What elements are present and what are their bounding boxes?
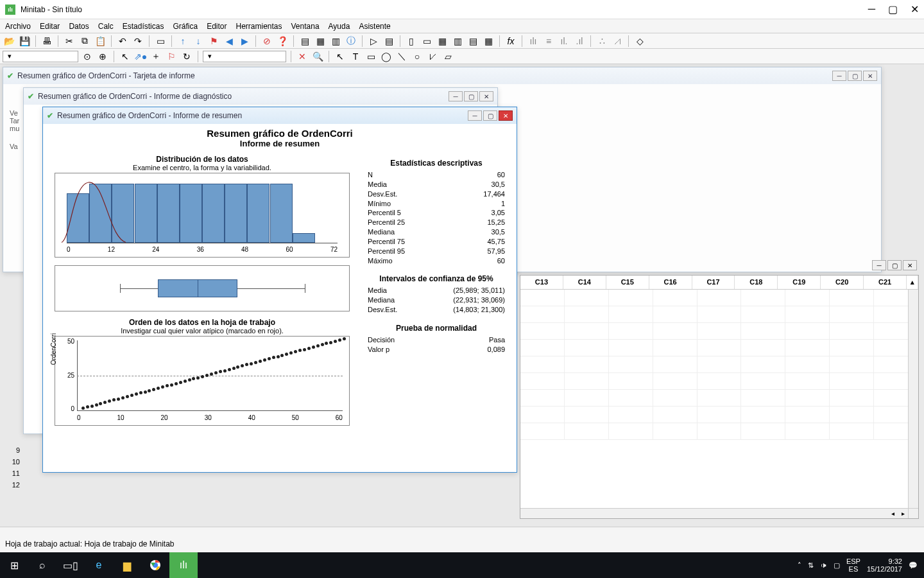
cell[interactable] [697, 373, 742, 389]
column-header[interactable]: C16 [649, 276, 692, 289]
paste-icon[interactable]: 📋 [94, 35, 107, 48]
combo-a[interactable]: ▾ [3, 51, 78, 62]
cell[interactable] [830, 323, 874, 339]
column-header[interactable]: C20 [821, 276, 864, 289]
layout5-icon[interactable]: ▤ [466, 35, 479, 48]
cell[interactable] [520, 423, 565, 439]
cell[interactable] [741, 323, 785, 339]
mdi-close-button[interactable]: ✕ [479, 91, 493, 101]
menu-herramientas[interactable]: Herramientas [236, 22, 282, 31]
tray-notifications-icon[interactable]: 💬 [909, 561, 918, 570]
mdi-minimize-button[interactable]: ─ [872, 260, 886, 270]
cell[interactable] [697, 290, 742, 306]
flag-point-icon[interactable]: ⚐ [165, 50, 178, 63]
minimize-button[interactable]: ─ [868, 3, 875, 15]
cell[interactable] [830, 290, 874, 306]
mdi-maximize-button[interactable]: ▢ [483, 110, 497, 121]
cell[interactable] [785, 340, 830, 356]
diagnostic-window-title[interactable]: ✔ Resumen gráfico de OrdenCorri - Inform… [24, 88, 497, 105]
scroll-left-icon[interactable]: ◂ [887, 510, 898, 517]
column-header[interactable]: C14 [563, 276, 606, 289]
table-row[interactable] [520, 306, 918, 323]
mdi-close-button[interactable]: ✕ [903, 260, 917, 270]
cell[interactable] [697, 306, 742, 322]
cell[interactable] [741, 340, 785, 356]
cell[interactable] [609, 407, 653, 423]
search-button[interactable]: ⌕ [28, 552, 56, 578]
explorer-icon[interactable]: ▆ [113, 552, 141, 578]
taskview-button[interactable]: ▭▯ [56, 552, 85, 578]
cell[interactable] [697, 423, 742, 439]
cell[interactable] [520, 306, 565, 322]
column-header[interactable]: C13 [520, 276, 563, 289]
column-header[interactable]: C17 [692, 276, 735, 289]
cell[interactable] [565, 390, 609, 406]
cell[interactable] [653, 290, 697, 306]
pointer-icon[interactable]: ↖ [119, 50, 132, 63]
cell[interactable] [785, 423, 830, 439]
menu-estadisticas[interactable]: Estadísticas [123, 22, 164, 31]
cell[interactable] [653, 423, 697, 439]
cell[interactable] [609, 340, 653, 356]
tray-lang[interactable]: ESP [846, 557, 860, 565]
summary-report-window[interactable]: ✔ Resumen gráfico de OrdenCorri - Inform… [42, 107, 517, 473]
layout2-icon[interactable]: ▭ [420, 35, 433, 48]
worksheet-resize-corner[interactable] [908, 508, 918, 518]
cell[interactable] [520, 290, 565, 306]
table-row[interactable] [520, 290, 918, 306]
cell[interactable] [785, 407, 830, 423]
play-icon[interactable]: ▷ [367, 35, 380, 48]
cell[interactable] [741, 373, 785, 389]
stat3-icon[interactable]: ıl. [558, 35, 570, 48]
cell[interactable] [565, 323, 609, 339]
layout6-icon[interactable]: ▦ [482, 35, 495, 48]
down-arrow-icon[interactable]: ↓ [192, 35, 205, 48]
chart-line-icon[interactable]: ⩘ [611, 35, 624, 48]
menu-editar[interactable]: Editar [40, 22, 60, 31]
delete-x-icon[interactable]: ✕ [296, 50, 309, 63]
layout1-icon[interactable]: ▯ [405, 35, 418, 48]
stat4-icon[interactable]: .ıl [573, 35, 586, 48]
cell[interactable] [653, 356, 697, 372]
cell[interactable] [520, 323, 565, 339]
worksheet-icon[interactable]: ▦ [314, 35, 327, 48]
cell[interactable] [653, 373, 697, 389]
cell[interactable] [653, 306, 697, 322]
tray-network-icon[interactable]: ⇅ [808, 561, 814, 570]
tray-time[interactable]: 9:32 [867, 557, 902, 565]
session-window-icon[interactable]: ▤ [298, 35, 311, 48]
layout3-icon[interactable]: ▦ [436, 35, 449, 48]
cell[interactable] [609, 423, 653, 439]
ellipse-tool-icon[interactable]: ◯ [380, 50, 393, 63]
cell[interactable] [520, 373, 565, 389]
chart-scatter-icon[interactable]: ∴ [595, 35, 608, 48]
mdi-minimize-button[interactable]: ─ [468, 110, 482, 121]
cell[interactable] [609, 323, 653, 339]
layout4-icon[interactable]: ▥ [451, 35, 464, 48]
cell[interactable] [653, 340, 697, 356]
cell[interactable] [830, 423, 874, 439]
close-button[interactable]: ✕ [911, 3, 919, 15]
fx-icon[interactable]: fx [504, 35, 517, 48]
cell[interactable] [830, 407, 874, 423]
save-icon[interactable]: 💾 [18, 35, 31, 48]
cell[interactable] [830, 306, 874, 322]
table-row[interactable] [520, 356, 918, 373]
zoom-fit-icon[interactable]: ⊕ [96, 50, 109, 63]
worksheet-hscrollbar[interactable]: ◂ ▸ [520, 508, 908, 518]
cell[interactable] [520, 356, 565, 372]
cell[interactable] [609, 306, 653, 322]
summary-report-window-title[interactable]: ✔ Resumen gráfico de OrdenCorri - Inform… [43, 107, 517, 124]
combo-b[interactable]: ▾ [203, 51, 286, 62]
flag-icon[interactable]: ⚑ [207, 35, 220, 48]
cell[interactable] [565, 423, 609, 439]
cell[interactable] [697, 356, 742, 372]
tray-sound-icon[interactable]: 🕩 [820, 561, 827, 569]
cell[interactable] [830, 356, 874, 372]
menu-ayuda[interactable]: Ayuda [329, 22, 350, 31]
chrome-icon[interactable] [141, 552, 169, 578]
marker-tool-icon[interactable]: ○ [411, 50, 424, 63]
tray-chevron-up-icon[interactable]: ˄ [798, 561, 801, 570]
menu-archivo[interactable]: Archivo [5, 22, 31, 31]
cell[interactable] [785, 290, 830, 306]
